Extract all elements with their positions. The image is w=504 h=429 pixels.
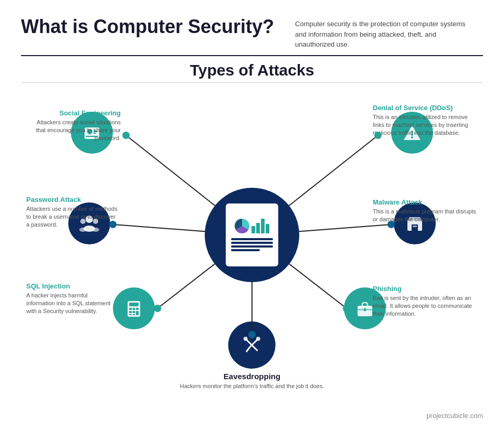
svg-point-7 xyxy=(387,221,395,228)
svg-point-5 xyxy=(109,221,117,228)
page: What is Computer Security? Computer secu… xyxy=(0,0,504,429)
header: What is Computer Security? Computer secu… xyxy=(21,16,483,50)
svg-point-3 xyxy=(374,132,382,139)
header-description: Computer security is the protection of c… xyxy=(295,16,474,50)
section-title: Types of Attacks xyxy=(21,61,483,79)
svg-point-13 xyxy=(248,331,256,338)
diagram-area: Social Engineering Attackers create soci… xyxy=(21,83,483,387)
svg-point-1 xyxy=(122,132,130,139)
center-circle xyxy=(205,188,299,282)
page-title: What is Computer Security? xyxy=(21,16,274,38)
footer: projectcubicle.com xyxy=(426,412,483,420)
center-doc-lines xyxy=(231,238,273,251)
svg-point-9 xyxy=(154,305,161,312)
footer-text: projectcubicle.com xyxy=(426,412,483,420)
svg-point-11 xyxy=(343,305,350,312)
mini-bar-chart xyxy=(251,219,269,233)
mini-pie-chart xyxy=(235,219,249,233)
center-icon xyxy=(226,203,278,266)
header-divider xyxy=(21,55,483,56)
